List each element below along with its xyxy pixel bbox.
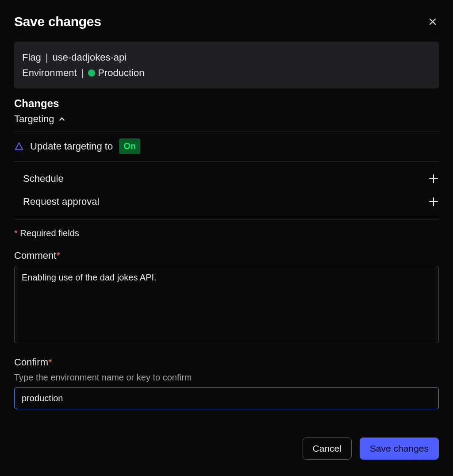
plus-icon [428,196,439,207]
dialog-footer: Cancel Save changes [14,438,439,460]
schedule-row[interactable]: Schedule [14,169,439,189]
required-note: * Required fields [14,228,439,238]
change-item: Update targeting to On [14,131,439,161]
env-name: Production [98,65,144,81]
close-icon [428,17,437,26]
cancel-button[interactable]: Cancel [303,438,352,460]
change-text: Update targeting to [30,141,113,152]
required-asterisk: * [56,250,60,261]
confirm-label-row: Confirm* [14,357,439,368]
context-box: Flag | use-dadjokes-api Environment | Pr… [14,42,439,88]
separator: | [81,65,84,81]
chevron-up-icon [58,115,66,123]
env-status-dot [88,69,95,77]
confirm-help: Type the environment name or key to conf… [14,372,439,383]
save-button[interactable]: Save changes [360,438,439,460]
confirm-input[interactable] [14,387,439,409]
dialog-header: Save changes [14,14,439,29]
flag-label: Flag [22,50,41,65]
targeting-label: Targeting [14,113,54,125]
divider [14,219,439,219]
flag-line: Flag | use-dadjokes-api [22,50,431,65]
triangle-icon [14,142,24,151]
on-badge: On [119,138,140,154]
schedule-label: Schedule [23,173,64,184]
changes-heading: Changes [14,97,439,110]
request-approval-label: Request approval [23,196,99,207]
comment-textarea[interactable] [14,266,439,343]
targeting-toggle[interactable]: Targeting [14,113,439,125]
required-asterisk: * [14,228,18,238]
plus-icon [428,173,439,184]
required-asterisk: * [48,357,52,368]
comment-label: Comment [14,250,56,261]
options-group: Schedule Request approval [14,161,439,219]
env-line: Environment | Production [22,65,431,81]
flag-name: use-dadjokes-api [53,50,127,65]
close-button[interactable] [426,15,439,28]
request-approval-row[interactable]: Request approval [14,192,439,212]
comment-label-row: Comment* [14,250,439,261]
env-label: Environment [22,65,77,81]
confirm-label: Confirm [14,357,48,368]
required-text: Required fields [20,228,79,238]
separator: | [46,50,48,65]
dialog-title: Save changes [14,14,101,29]
